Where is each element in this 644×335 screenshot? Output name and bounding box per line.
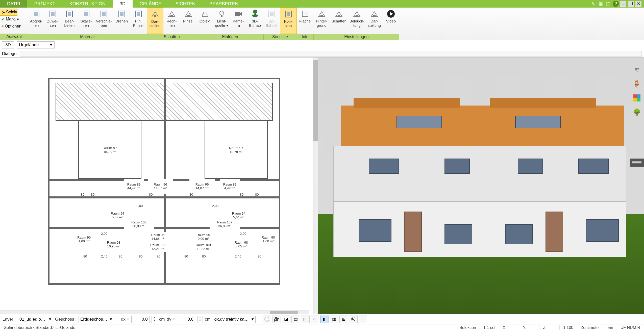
- material-hin-pinsel[interactable]: Hin. Pinsel: [130, 8, 147, 34]
- room-label: Raum 901,60 m²: [258, 232, 278, 247]
- material-skalieren[interactable]: Skalie- ren: [78, 8, 94, 34]
- material-skalieren-icon: [81, 9, 91, 19]
- toolbar-icon-1[interactable]: ✎: [590, 1, 596, 7]
- window-minimize[interactable]: –: [620, 1, 626, 7]
- menu-tab-gelaende[interactable]: GELÄNDE: [133, 0, 168, 8]
- material-hin-pinsel-label: Hin. Pinsel: [133, 19, 143, 28]
- einst-hintergrund[interactable]: Hinter- grund: [313, 8, 330, 34]
- cube-shaded-icon[interactable]: ◪: [282, 316, 290, 323]
- material-abgreifen[interactable]: Abgrei- fen: [28, 8, 44, 34]
- einst-video[interactable]: Video: [383, 8, 399, 34]
- dx-input[interactable]: 0,0: [131, 316, 150, 323]
- mode-indicator[interactable]: 3D: [2, 41, 14, 48]
- coord-mode-combo[interactable]: dx,dy (relativ ka…▾: [213, 316, 256, 323]
- svg-rect-13: [137, 12, 140, 16]
- schatten-rechnen-icon: [167, 9, 177, 19]
- history-icon[interactable]: 🕘: [263, 316, 271, 323]
- sonstige-3d-schnitt-label: 3D- Schnitt: [266, 19, 278, 28]
- info-flaeche[interactable]: ?Fläche: [297, 8, 313, 34]
- palette-icon[interactable]: [632, 93, 641, 102]
- floorplan-vscroll[interactable]: [313, 58, 318, 314]
- side-panel-handle[interactable]: [630, 159, 644, 167]
- geschoss-combo[interactable]: Erdgeschos…▾: [79, 316, 114, 323]
- schatten-rechnen[interactable]: Rech- nen: [163, 8, 180, 34]
- auswahl-mark-label: Mark.: [6, 17, 16, 21]
- furniture-icon[interactable]: 🪑: [632, 79, 641, 88]
- status-bar: Geländebereich <Standard> L=Gelände Sele…: [0, 324, 644, 331]
- einfuegen-lichtquelle[interactable]: Licht- quelle ▾: [213, 8, 230, 34]
- more-icon[interactable]: ⁝: [359, 316, 367, 323]
- auswahl-selekt[interactable]: ➤ Selekt: [0, 9, 17, 16]
- einfuegen-lichtquelle-icon: [217, 9, 227, 19]
- floorplan-hscroll[interactable]: [0, 311, 309, 314]
- terrain-combo[interactable]: Urgelände ▾: [17, 41, 55, 48]
- tree-icon[interactable]: 🌳: [632, 108, 641, 117]
- toolbar-icon-2[interactable]: ▦: [598, 1, 604, 7]
- dimension-label: 2,00: [212, 204, 218, 208]
- menu-tab-datei[interactable]: DATEI: [0, 0, 27, 8]
- svg-rect-26: [235, 12, 240, 16]
- status-z: Z:: [539, 325, 560, 330]
- ribbon-group-schatten: Dar- stellenRech- nenPinsel Schatten: [147, 8, 197, 40]
- svg-rect-15: [154, 15, 156, 17]
- window-restore[interactable]: ❐: [628, 1, 634, 7]
- einst-beleuchtung[interactable]: Beleuch- tung: [348, 8, 366, 34]
- schatten-pinsel[interactable]: Pinsel: [180, 8, 197, 34]
- surface-icon[interactable]: ◺: [301, 316, 310, 323]
- 3d-view-pane[interactable]: [318, 58, 644, 314]
- material-verschieben-label: Verschie- ben: [96, 19, 112, 28]
- dy-spinner[interactable]: ▲▼: [197, 316, 203, 323]
- check-icon: ✔: [2, 17, 5, 22]
- grid-snap-icon[interactable]: ▦: [330, 316, 338, 323]
- material-bearbeiten[interactable]: Bear- beiten: [61, 8, 78, 34]
- sonstige-3d-schnitt[interactable]: 3D- Schnitt: [263, 8, 280, 34]
- toolbar-icon-3[interactable]: ◳: [605, 1, 611, 7]
- schatten-darstellen[interactable]: Dar- stellen: [147, 8, 163, 34]
- menu-tab-3d[interactable]: 3D: [113, 0, 133, 8]
- hidden-line-icon[interactable]: ◧: [320, 316, 329, 323]
- menu-tab-sichten[interactable]: SICHTEN: [168, 0, 203, 8]
- layers-stack-icon[interactable]: ▤: [291, 316, 300, 323]
- einfuegen-kamera-label: Kame- ra: [233, 19, 244, 28]
- dialog-well[interactable]: [20, 51, 641, 57]
- einfuegen-3d-bitmap[interactable]: 3D- Bitmap: [247, 8, 263, 34]
- window-close[interactable]: ✕: [635, 1, 641, 7]
- auswahl-mark[interactable]: ✔ Mark. ▾: [0, 16, 19, 23]
- einst-schatten[interactable]: Schatten: [330, 8, 348, 34]
- group-title-sonstige: Sonstige: [263, 34, 297, 40]
- sonstige-kollision-label: Kolli- sion: [284, 19, 292, 28]
- camera-icon[interactable]: 🎥: [272, 316, 281, 323]
- layer-label: Layer :: [3, 317, 16, 322]
- wireframe-icon[interactable]: ▱: [311, 316, 319, 323]
- einst-darstellung[interactable]: Dar- stellung: [366, 8, 383, 34]
- menu-tab-projekt[interactable]: PROJEKT: [27, 0, 62, 8]
- material-zuweisen[interactable]: Zuwei- sen: [44, 8, 61, 34]
- dy-input[interactable]: 0,0: [177, 316, 195, 323]
- layers-icon[interactable]: ≋: [632, 65, 641, 74]
- dimension-label: 2,45: [235, 254, 241, 258]
- status-context: Geländebereich <Standard> L=Gelände: [0, 325, 101, 330]
- floorplan-drawing: Raum 9718,78 m²Raum 9718,78 m²Raum 8944,…: [48, 78, 280, 285]
- dx-spinner[interactable]: ▲▼: [152, 316, 157, 323]
- auswahl-optionen[interactable]: + Optionen: [0, 23, 21, 30]
- right-toolbar: ≋ 🪑 🌳: [630, 58, 644, 117]
- svg-rect-40: [338, 15, 340, 17]
- svg-rect-17: [170, 15, 173, 17]
- menu-tab-konstruktion[interactable]: KONSTRUKTION: [62, 0, 113, 8]
- floorplan-pane[interactable]: Raum 9718,78 m²Raum 9718,78 m²Raum 8944,…: [0, 58, 313, 314]
- layer-combo[interactable]: 01_ug.eg.o…▾: [18, 316, 53, 323]
- room-label: Raum 8944,42 m²: [124, 179, 144, 194]
- material-drehen[interactable]: Drehen: [113, 8, 130, 34]
- einst-beleuchtung-label: Beleuch- tung: [350, 19, 364, 28]
- material-verschieben[interactable]: Verschie- ben: [94, 8, 113, 34]
- einfuegen-kamera-icon: [234, 9, 243, 19]
- sonstige-kollision[interactable]: Kolli- sion: [280, 8, 297, 34]
- einfuegen-objekt[interactable]: Objekt: [197, 8, 213, 34]
- menu-tab-bearbeiten[interactable]: BEARBEITEN: [203, 0, 245, 8]
- grid-dots-icon[interactable]: ⊞: [339, 316, 348, 323]
- north-icon[interactable]: Ⓝ: [349, 316, 358, 323]
- help-icon[interactable]: ?: [613, 1, 619, 7]
- einfuegen-kamera[interactable]: Kame- ra: [230, 8, 247, 34]
- svg-point-28: [252, 14, 258, 17]
- material-zuweisen-label: Zuwei- sen: [47, 19, 58, 28]
